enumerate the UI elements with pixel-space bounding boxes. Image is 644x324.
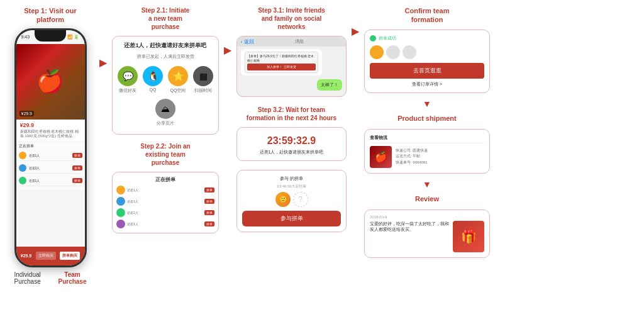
review-section-label: Review xyxy=(364,195,490,203)
status-time: 9:43 xyxy=(21,35,30,39)
step21-panel: 还差1人，赶快邀请好友来拼单吧 拼单已发起，人满后立即发货 💬 微信好友 🐧 Q… xyxy=(112,36,219,135)
team-info-2: 还差2人 xyxy=(29,166,72,170)
row2-info: 还差1人 xyxy=(127,199,204,203)
avatar-1 xyxy=(116,186,125,194)
review-date: 2018-03-9 xyxy=(370,215,484,219)
individual-btn[interactable]: 立即购买 xyxy=(36,252,56,260)
confirm-goto-btn[interactable]: 去首页逛逛 xyxy=(370,63,484,79)
team-row-1: 还差1人 拼单 xyxy=(19,150,82,161)
step3-section: Step 3.1: Invite friends and family on s… xyxy=(236,6,347,232)
shipment-status-3: 快递单号: 9004091 xyxy=(396,160,484,166)
wechat-circle[interactable]: 💬 xyxy=(118,66,138,86)
phone-screen: 9:43 📶 🔋 🍎 ¥29.9 ¥29.9 新疆和田红枣核桃 老木桃仁核桃 精… xyxy=(16,30,85,265)
row4-btn[interactable]: 拼单 xyxy=(204,221,214,226)
status-icons: 📶 🔋 xyxy=(67,35,80,40)
chat-title: 消息 xyxy=(257,38,342,45)
join-btn-2[interactable]: 拼单 xyxy=(72,165,82,170)
team-btn[interactable]: 拼单购买 xyxy=(60,252,80,260)
dot-empty-2 xyxy=(402,45,416,59)
row3-info: 还差2人 xyxy=(127,211,204,215)
row4-info: 还差1人 xyxy=(127,222,204,226)
row1-btn[interactable]: 拼单 xyxy=(204,187,214,193)
success-row: 拼单成功 xyxy=(370,35,484,42)
join-existing-title: 参与 的拼单 xyxy=(242,176,341,182)
qqzone-icon-group: ⭐ QQ空间 xyxy=(168,66,188,94)
join-btn-1[interactable]: 拼单 xyxy=(72,153,82,158)
phone-mockup: 9:43 📶 🔋 🍎 ¥29.9 ¥29.9 新疆和田红枣核桃 老木桃仁核桃 精… xyxy=(14,28,87,267)
team-avatar-1 xyxy=(19,152,26,159)
member-1: 🙂 xyxy=(275,192,291,207)
scan-circle[interactable]: ▦ xyxy=(193,66,213,86)
waiting-dots xyxy=(370,45,484,59)
phone-team-list: 正在拼单 还差1人 拼单 还差2人 拼单 xyxy=(16,142,85,190)
team-avatar-2 xyxy=(19,164,26,172)
row3-btn[interactable]: 拼单 xyxy=(204,210,214,215)
join-existing-btn[interactable]: 参与拼单 xyxy=(242,211,341,226)
step32-label: Step 3.2: Wait for team formation in the… xyxy=(236,106,347,122)
review-image: 🎁 xyxy=(453,221,484,252)
qq-icon-group: 🐧 QQ xyxy=(143,66,163,94)
price-tag: ¥29.9 xyxy=(19,111,35,116)
team-info-1: 还差1人 xyxy=(29,154,72,157)
shipment-status-2: 运送方式: 平邮 xyxy=(396,154,484,160)
social-icons-grid: 💬 微信好友 🐧 QQ ⭐ QQ空间 ▦ 扫描时间 ⛰ 分享页片 xyxy=(118,64,213,129)
chat-share-msg: 【拼单】参与29.9元了！新疆和田红枣核桃 老木桃仁核桃 加入拼单！ 立即发货 xyxy=(241,49,322,75)
qq-circle[interactable]: 🐧 xyxy=(143,66,163,86)
wechat-label: 微信好友 xyxy=(119,87,136,94)
arrow-2-3: ▶ xyxy=(224,44,231,56)
chat-header: ‹ 返回 消息 xyxy=(237,36,346,47)
shipment-panel: 查看物流 🍎 快递公司: 圆通快递 运送方式: 平邮 快递单号: 9004091 xyxy=(364,129,490,174)
shipment-info: 快递公司: 圆通快递 运送方式: 平邮 快递单号: 9004091 xyxy=(396,148,484,166)
chat-reply: 太棒了！ xyxy=(317,79,342,91)
step1-section: Step 1: Visit our platform 9:43 📶 🔋 🍎 ¥2… xyxy=(6,6,94,285)
arrow-confirm-shipment: ▼ xyxy=(364,99,490,109)
join-link[interactable]: 加入拼单！ 立即发货 xyxy=(247,64,316,70)
countdown-text: 还差1人，赶快邀请朋友来拼单吧 xyxy=(242,149,341,155)
product-image: 🍎 ¥29.9 xyxy=(16,44,85,120)
share-circle[interactable]: ⛰ xyxy=(155,99,175,119)
chat-back-btn[interactable]: ‹ 返回 xyxy=(241,38,254,45)
confirm-panel: 拼单成功 去首页逛逛 查看订单详情 > xyxy=(364,30,490,93)
wechat-icon-group: 💬 微信好友 xyxy=(118,66,138,94)
chat-share-card: 【拼单】参与29.9元了！新疆和田红枣核桃 老木桃仁核桃 加入拼单！ 立即发货 xyxy=(245,52,318,73)
shipment-product-img: 🍎 xyxy=(370,146,392,168)
row1-info: 还差1人 xyxy=(127,188,204,192)
row2-btn[interactable]: 拼单 xyxy=(204,199,214,204)
join-btn-3[interactable]: 拼单 xyxy=(72,178,82,183)
shipment-section-label: Product shipment xyxy=(364,115,490,122)
team-list-row-1: 还差1人 拼单 xyxy=(116,185,214,195)
phone-labels: Individual Purchase Step 1: Visit our pl… xyxy=(14,271,87,285)
scan-icon-group: ▦ 扫描时间 xyxy=(193,66,213,94)
success-text: 拼单成功 xyxy=(379,35,396,42)
review-panel: 2018-03-9 宝爱的好评，吃深一袋了太好吃了，我和友人都爱吃送给友买。 🎁 xyxy=(364,209,490,258)
qqzone-circle[interactable]: ⭐ xyxy=(168,66,188,86)
shipment-status-1: 快递公司: 圆通快递 xyxy=(396,148,484,154)
shipment-title-cn: 查看物流 xyxy=(370,135,484,143)
share-icon-group: ⛰ 分享页片 xyxy=(155,99,175,126)
phone-notch xyxy=(35,30,66,42)
team-info-3: 还差1人 xyxy=(29,179,72,182)
step31-panel: ‹ 返回 消息 【拼单】参与29.9元了！新疆和田红枣核桃 老木桃仁核桃 加入拼… xyxy=(236,36,347,97)
step22-panel: 正在拼单 还差1人 拼单 还差1人 拼单 xyxy=(112,172,219,233)
arrow-shipment-review: ▼ xyxy=(364,179,490,189)
step22-panel-title: 正在拼单 xyxy=(116,176,214,183)
step21-subtitle: 拼单已发起，人满后立即发货 xyxy=(118,53,213,60)
arrow-1-2: ▶ xyxy=(99,57,107,69)
team-list-title: 正在拼单 xyxy=(19,143,82,149)
member-2-unknown: ? xyxy=(293,192,308,207)
avatar-2 xyxy=(116,197,125,206)
team-row-3: 还差1人 拼单 xyxy=(19,176,82,186)
individual-label: Individual Purchase xyxy=(14,271,41,285)
team-avatar-3 xyxy=(19,177,26,184)
team-list-rows: 还差1人 拼单 还差1人 拼单 还差2人 拼单 xyxy=(116,185,214,229)
order-detail-link[interactable]: 查看订单详情 > xyxy=(370,81,484,87)
product-image-overlay: 🍎 xyxy=(16,44,85,120)
share-label: 分享页片 xyxy=(157,120,174,126)
avatar-3 xyxy=(116,208,125,217)
food-icon: 🍎 xyxy=(36,69,64,94)
step21-title-cn: 还差1人，赶快邀请好友来拼单吧 xyxy=(118,42,213,50)
countdown-panel: 23:59:32.9 还差1人，赶快邀请朋友来拼单吧 xyxy=(236,127,347,161)
step2-section: Step 2.1: Initiate a new team purchase 还… xyxy=(112,6,219,233)
confirm-label: Confirm team formation xyxy=(364,6,490,25)
main-diagram: Step 1: Visit our platform 9:43 📶 🔋 🍎 ¥2… xyxy=(0,0,644,324)
